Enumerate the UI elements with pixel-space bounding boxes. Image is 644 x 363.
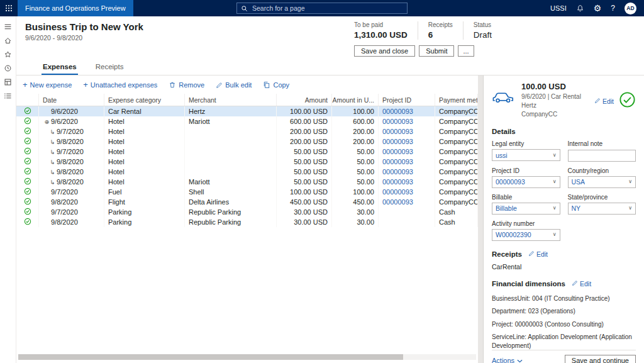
scrollbar-thumb[interactable] — [18, 354, 403, 360]
row-expense-category[interactable]: Hotel — [104, 126, 185, 137]
tab-receipts[interactable]: Receipts — [94, 60, 125, 75]
row-project-id-link[interactable]: 00000093 — [382, 198, 413, 206]
toolbar-new-expense[interactable]: +New expense — [23, 81, 72, 89]
row-expense-category[interactable]: Parking — [104, 217, 185, 227]
favorites-icon[interactable] — [0, 47, 16, 61]
col-date[interactable]: Date — [39, 94, 104, 106]
row-amount-in-usd: 450.00 — [332, 197, 379, 207]
row-status-check-icon — [24, 147, 31, 156]
row-status-check-icon — [24, 127, 31, 136]
project-id-select[interactable]: 00000093∨ — [492, 176, 560, 188]
expenses-grid-area: +New expense+Unattached expensesRemoveBu… — [16, 75, 478, 363]
worklists-icon[interactable] — [0, 89, 16, 103]
user-avatar[interactable]: AD — [625, 3, 636, 14]
horizontal-scrollbar[interactable] — [18, 354, 476, 360]
row-expense-category[interactable]: Flight — [104, 197, 185, 207]
save-and-continue-button[interactable]: Save and continue — [565, 355, 636, 363]
row-status-check-icon — [24, 187, 31, 196]
row-project-id-link[interactable]: 00000093 — [382, 128, 413, 135]
help-icon[interactable]: ? — [611, 4, 615, 13]
page-search-box[interactable] — [236, 3, 408, 14]
chevron-down-icon: ∨ — [553, 232, 557, 237]
table-row[interactable]: ⊕ 9/6/2020 Hotel Mariott 600.00 USD 600.… — [16, 116, 478, 126]
table-row[interactable]: 9/8/2020 Flight Delta Airlines 450.00 US… — [16, 197, 478, 207]
settings-gear-icon[interactable]: ⚙ — [594, 4, 602, 13]
row-expense-category[interactable]: Car Rental — [104, 106, 185, 116]
chevron-down-icon: ∨ — [628, 206, 632, 211]
col-project-id[interactable]: Project ID — [379, 94, 435, 106]
menu-icon[interactable] — [0, 20, 16, 33]
toolbar-remove[interactable]: Remove — [169, 81, 204, 89]
summary-stat: To be paid1,310.00 USD — [344, 21, 418, 40]
search-input[interactable] — [251, 4, 403, 13]
table-row[interactable]: ↳ 9/7/2020 Hotel 200.00 USD 200.00 00000… — [16, 126, 478, 137]
company-picker[interactable]: USSI — [550, 4, 567, 12]
expand-row-icon[interactable]: ⊕ — [43, 118, 51, 125]
more-options-button[interactable]: ... — [458, 45, 474, 57]
row-expense-category[interactable]: Hotel — [104, 167, 185, 177]
state-province-select[interactable]: NY∨ — [568, 203, 636, 215]
edit-financial-dimensions-link[interactable]: Edit — [572, 280, 591, 288]
toolbar-unattached-expenses[interactable]: +Unattached expenses — [83, 81, 157, 89]
expense-details-panel: 100.00 USD 9/6/2020 | Car Rental Hertz C… — [483, 75, 644, 363]
dimension-line: Department: 023 (Operations) — [492, 307, 636, 316]
row-expense-category[interactable]: Fuel — [104, 187, 185, 197]
row-expense-category[interactable]: Hotel — [104, 137, 185, 147]
modules-icon[interactable] — [0, 75, 16, 89]
field-label: State/province — [568, 194, 636, 201]
row-project-id-link[interactable]: 00000093 — [382, 168, 413, 176]
table-row[interactable]: ↳ 9/8/2020 Hotel 200.00 USD 200.00 00000… — [16, 137, 478, 147]
row-amount-in-usd: 50.00 — [332, 147, 379, 157]
row-project-id-link[interactable]: 00000093 — [382, 108, 413, 115]
table-row[interactable]: ↳ 9/8/2020 Hotel Mariott 50.00 USD 50.00… — [16, 177, 478, 187]
expense-amount: 100.00 USD — [521, 82, 589, 91]
table-row[interactable]: ↳ 9/7/2020 Hotel 50.00 USD 50.00 0000009… — [16, 147, 478, 157]
row-expense-category[interactable]: Parking — [104, 207, 185, 217]
toolbar-copy[interactable]: Copy — [263, 81, 289, 89]
table-row[interactable]: 9/6/2020 Car Rental Hertz 100.00 USD 100… — [16, 106, 478, 116]
table-row[interactable]: ↳ 9/8/2020 Hotel 50.00 USD 50.00 0000009… — [16, 157, 478, 167]
home-icon[interactable] — [0, 33, 16, 47]
table-row[interactable]: 9/8/2020 Parking Republic Parking 30.00 … — [16, 217, 478, 227]
row-expense-category[interactable]: Hotel — [104, 147, 185, 157]
recents-icon[interactable] — [0, 61, 16, 75]
row-project-id-link[interactable]: 00000093 — [382, 188, 413, 196]
pencil-icon — [216, 82, 223, 89]
field-project-id: Project ID00000093∨ — [492, 167, 560, 188]
app-title-tab[interactable]: Finance and Operations Preview — [18, 0, 133, 16]
row-project-id-link[interactable]: 00000093 — [382, 138, 413, 145]
edit-expense-link[interactable]: Edit — [594, 98, 614, 105]
row-expense-category[interactable]: Hotel — [104, 177, 185, 187]
row-project-id-link[interactable]: 00000093 — [382, 148, 413, 155]
toolbar-label: Copy — [273, 81, 289, 89]
toolbar-bulk-edit[interactable]: Bulk edit — [216, 81, 252, 89]
col-amount-in-usd[interactable]: Amount in U... — [332, 94, 379, 106]
row-project-id-link[interactable]: 00000093 — [382, 158, 413, 165]
edit-receipts-link[interactable]: Edit — [528, 250, 548, 258]
table-row[interactable]: 9/7/2020 Parking Republic Parking 30.00 … — [16, 207, 478, 217]
actions-menu[interactable]: Actions — [492, 357, 523, 363]
legal-entity-select[interactable]: ussi∨ — [492, 149, 560, 161]
activity-number-select[interactable]: W00002390∨ — [492, 229, 560, 241]
row-expense-category[interactable]: Hotel — [104, 116, 185, 126]
panel-footer: Actions Save and continue — [492, 350, 636, 363]
table-row[interactable]: ↳ 9/8/2020 Hotel 50.00 USD 50.00 0000009… — [16, 167, 478, 177]
save-and-close-button[interactable]: Save and close — [354, 45, 415, 57]
submit-button[interactable]: Submit — [419, 45, 454, 57]
waffle-menu-icon[interactable] — [0, 0, 18, 16]
tab-expenses[interactable]: Expenses — [42, 60, 78, 75]
country-region-select[interactable]: USA∨ — [568, 176, 636, 188]
internal-note-input[interactable] — [568, 150, 636, 162]
billable-select[interactable]: Billable∨ — [492, 203, 560, 215]
col-merchant[interactable]: Merchant — [185, 94, 277, 106]
toolbar-label: Unattached expenses — [91, 81, 157, 89]
row-payment-method: CompanyCC — [435, 187, 478, 197]
col-amount[interactable]: Amount — [277, 94, 332, 106]
table-row[interactable]: 9/7/2020 Fuel Shell 100.00 USD 100.00 00… — [16, 187, 478, 197]
col-payment-method[interactable]: Payment method — [435, 94, 478, 106]
row-project-id-link[interactable]: 00000093 — [382, 118, 413, 125]
notifications-bell-icon[interactable] — [576, 4, 584, 13]
row-expense-category[interactable]: Hotel — [104, 157, 185, 167]
row-project-id-link[interactable]: 00000093 — [382, 178, 413, 186]
col-expense-category[interactable]: Expense category — [104, 94, 185, 106]
